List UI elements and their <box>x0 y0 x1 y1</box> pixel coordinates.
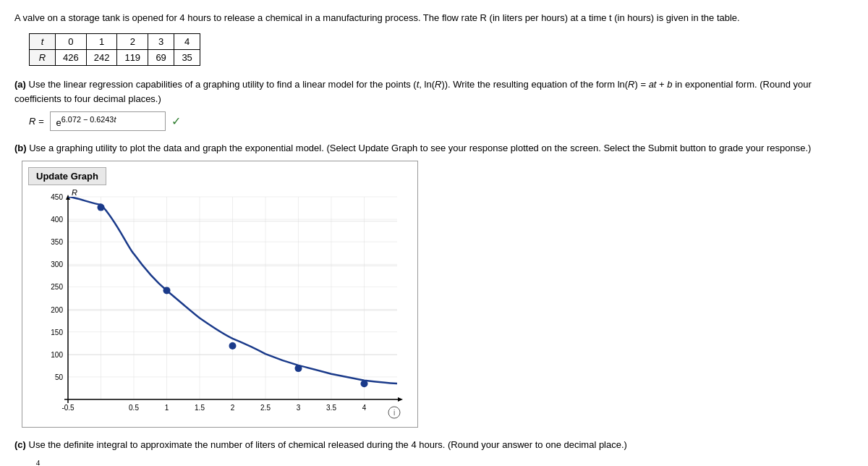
table-header-3: 3 <box>148 34 174 50</box>
update-graph-button[interactable]: Update Graph <box>28 167 106 185</box>
svg-text:200: 200 <box>51 306 63 314</box>
part-a-label: (a) <box>14 79 26 90</box>
svg-text:450: 450 <box>51 193 63 201</box>
data-point-1 <box>163 287 171 294</box>
table-row-r-label: R <box>30 50 56 66</box>
equation-value: e6.072 − 0.6243t <box>56 117 116 128</box>
table-header-4: 4 <box>174 34 200 50</box>
checkmark-icon: ✓ <box>171 114 181 128</box>
table-cell-r4: 35 <box>174 50 200 66</box>
svg-text:3: 3 <box>297 404 301 412</box>
svg-text:-0.5: -0.5 <box>61 404 75 412</box>
svg-text:2: 2 <box>231 404 235 412</box>
part-a: (a) Use the linear regression capabiliti… <box>14 77 854 130</box>
part-c-label: (c) <box>14 439 26 450</box>
equation-row: R = e6.072 − 0.6243t ✓ <box>29 111 854 130</box>
svg-text:300: 300 <box>51 260 63 268</box>
svg-text:400: 400 <box>51 216 63 224</box>
svg-text:i: i <box>393 409 395 417</box>
chart-svg: 50 100 150 200 250 300 350 400 450 R -0.… <box>28 190 412 421</box>
data-table: t 0 1 2 3 4 R 426 242 119 69 35 <box>29 33 200 66</box>
svg-text:150: 150 <box>51 329 63 336</box>
part-b-label: (b) <box>14 143 27 153</box>
integral-row: 4 ∫ 0 R(t) dt = 341.4 ✕ L <box>29 458 854 466</box>
svg-text:250: 250 <box>51 283 63 291</box>
svg-text:2.5: 2.5 <box>260 404 271 412</box>
part-a-description: (a) Use the linear regression capabiliti… <box>14 77 854 106</box>
part-b-description: (b) Use a graphing utility to plot the d… <box>14 141 854 156</box>
table-header-1: 1 <box>86 34 117 50</box>
svg-text:3.5: 3.5 <box>326 404 336 412</box>
svg-marker-27 <box>398 397 403 402</box>
svg-text:50: 50 <box>55 373 64 381</box>
data-point-3 <box>295 365 302 372</box>
part-c: (c) Use the definite integral to approxi… <box>14 438 854 466</box>
r-equals-label: R = <box>29 116 44 127</box>
data-point-2 <box>229 342 237 350</box>
svg-text:350: 350 <box>51 238 63 246</box>
part-c-description: (c) Use the definite integral to approxi… <box>14 438 854 452</box>
table-header-2: 2 <box>117 34 148 50</box>
data-point-0 <box>98 204 105 211</box>
table-header-0: 0 <box>56 34 87 50</box>
integral-upper: 4 <box>36 458 41 466</box>
svg-text:R: R <box>72 190 77 197</box>
table-cell-r0: 426 <box>56 50 87 66</box>
intro-text: A valve on a storage tank is opened for … <box>14 12 854 25</box>
graph-container: Update Graph <box>22 161 418 428</box>
table-cell-r2: 119 <box>117 50 148 66</box>
graph-area: 50 100 150 200 250 300 350 400 450 R -0.… <box>28 190 412 421</box>
table-header-t: t <box>30 34 56 50</box>
svg-text:100: 100 <box>51 351 63 359</box>
table-cell-r3: 69 <box>148 50 174 66</box>
svg-text:4: 4 <box>362 404 367 412</box>
table-cell-r1: 242 <box>86 50 117 66</box>
svg-text:1.5: 1.5 <box>195 404 205 412</box>
equation-input[interactable]: e6.072 − 0.6243t <box>50 111 166 130</box>
svg-text:1: 1 <box>165 404 169 412</box>
data-point-4 <box>361 380 368 387</box>
part-b: (b) Use a graphing utility to plot the d… <box>14 141 854 428</box>
svg-text:0.5: 0.5 <box>129 404 139 412</box>
